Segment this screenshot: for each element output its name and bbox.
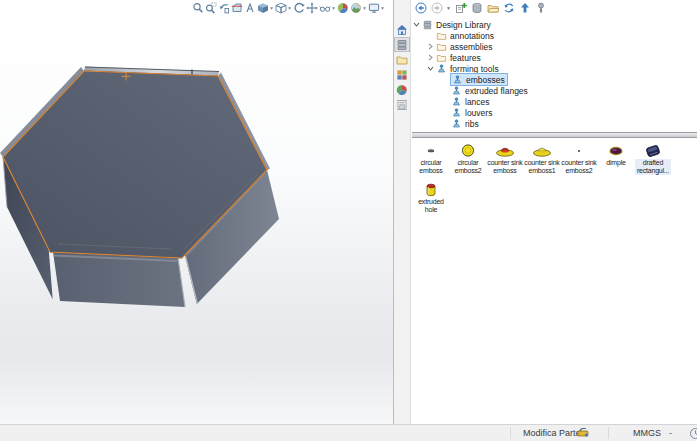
status-symbol-icon[interactable]	[689, 425, 697, 441]
tree-root-label: Design Library	[436, 20, 491, 30]
dynamic-annotation-views-icon[interactable]	[243, 2, 256, 15]
design-library-tab[interactable]	[394, 37, 410, 52]
graphics-viewport[interactable]: ▼ ▼ ▼ ▼ ▼	[0, 0, 393, 424]
appearances-scenes-tab[interactable]	[394, 82, 410, 97]
custom-properties-tab[interactable]	[394, 97, 410, 112]
view-settings-dropdown-icon[interactable]: ▼	[380, 2, 385, 15]
view-orientation-icon[interactable]	[274, 2, 287, 15]
forming-tool-icon	[450, 107, 462, 118]
view-palette-tab[interactable]	[394, 67, 410, 82]
status-bar: Modifica Parte MMGS -	[0, 424, 697, 441]
headsup-view-toolbar: ▼ ▼ ▼ ▼ ▼	[191, 1, 385, 15]
library-item-dimple[interactable]: dimple	[598, 142, 634, 175]
purple-oval-thumb-icon	[598, 142, 634, 158]
chevron-expanded-icon[interactable]	[426, 64, 435, 73]
flat-disc-thumb-icon	[413, 142, 449, 158]
folder-icon	[435, 52, 447, 63]
design-library-tree: Design Library annotations assemblies fe…	[412, 16, 697, 132]
tree-item-features[interactable]: features	[412, 52, 697, 63]
forming-tools-item-grid: circularemboss circularemboss2 counter s…	[412, 138, 697, 424]
file-explorer-tab[interactable]	[394, 52, 410, 67]
history-dropdown-icon[interactable]: ▼	[446, 5, 451, 11]
apply-scene-icon[interactable]	[349, 2, 362, 15]
tiny-dot-thumb-icon	[561, 142, 597, 158]
chevron-collapsed-icon[interactable]	[426, 42, 435, 51]
tree-item-lances[interactable]: lances	[412, 96, 697, 107]
chevron-expanded-icon[interactable]	[412, 20, 421, 29]
library-item-counter-sink-emboss[interactable]: counter sinkemboss	[487, 142, 523, 175]
tree-item-ribs[interactable]: ribs	[412, 118, 697, 129]
tree-item-louvers[interactable]: louvers	[412, 107, 697, 118]
add-file-location-button[interactable]	[470, 2, 483, 15]
tree-item-assemblies[interactable]: assemblies	[412, 41, 697, 52]
units-dropdown[interactable]: -	[669, 425, 672, 441]
forming-tool-icon	[450, 85, 462, 96]
edit-appearance-icon[interactable]	[336, 2, 349, 15]
rotate-view-icon[interactable]	[292, 2, 305, 15]
yellow-circle-thumb-icon	[450, 142, 486, 158]
tree-item-annotations[interactable]: annotations	[412, 30, 697, 41]
yellow-cylinder-red-top-thumb-icon	[413, 181, 449, 197]
pin-button[interactable]	[534, 2, 547, 15]
tree-item-embosses[interactable]: embosses	[412, 74, 697, 85]
forming-tool-icon	[450, 118, 462, 129]
status-separator	[608, 427, 609, 439]
solidworks-window: ▼ ▼ ▼ ▼ ▼ ▼	[0, 0, 697, 441]
status-mode-icon	[577, 425, 589, 441]
tree-item-extruded-flanges[interactable]: extruded flanges	[412, 85, 697, 96]
solidworks-resources-tab[interactable]	[394, 22, 410, 37]
hide-show-items-icon[interactable]	[318, 2, 331, 15]
library-item-drafted-rectangular[interactable]: draftedrectangul...	[635, 142, 671, 175]
forming-tool-icon	[451, 74, 463, 85]
hexagonal-sheet-metal-model[interactable]	[0, 0, 393, 424]
dark-rounded-rect-thumb-icon	[635, 142, 671, 158]
refresh-button[interactable]	[502, 2, 515, 15]
chevron-collapsed-icon[interactable]	[426, 53, 435, 62]
display-style-icon[interactable]	[256, 2, 269, 15]
zoom-to-fit-icon[interactable]	[191, 2, 204, 15]
status-separator	[510, 427, 511, 439]
add-to-library-button[interactable]	[454, 2, 467, 15]
library-item-extruded-hole[interactable]: extrudedhole	[413, 181, 449, 214]
library-item-counter-sink-emboss1[interactable]: counter sinkemboss1	[524, 142, 560, 175]
forming-tool-icon	[450, 96, 462, 107]
library-item-counter-sink-emboss2[interactable]: counter sinkemboss2	[561, 142, 597, 175]
zoom-to-area-icon[interactable]	[204, 2, 217, 15]
folder-icon	[435, 30, 447, 41]
saucer-red-dome-thumb-icon	[487, 142, 523, 158]
forming-tool-icon	[435, 63, 447, 74]
view-settings-icon[interactable]	[367, 2, 380, 15]
folder-icon	[435, 41, 447, 52]
library-item-circular-emboss[interactable]: circularemboss	[413, 142, 449, 175]
forward-button[interactable]	[430, 2, 443, 15]
pan-icon[interactable]	[305, 2, 318, 15]
units-value[interactable]: MMGS	[633, 425, 661, 441]
design-library-panel: ▼ Design Library annotations assem	[412, 0, 697, 424]
previous-view-icon[interactable]	[217, 2, 230, 15]
design-library-icon	[421, 19, 433, 30]
back-button[interactable]	[414, 2, 427, 15]
section-view-icon[interactable]	[230, 2, 243, 15]
design-library-toolbar: ▼	[412, 0, 697, 16]
move-up-button[interactable]	[518, 2, 531, 15]
tree-root-design-library[interactable]: Design Library	[412, 19, 697, 30]
saucer-yellow-dome-thumb-icon	[524, 142, 560, 158]
task-pane-tab-strip	[394, 0, 411, 424]
library-item-circular-emboss2[interactable]: circularemboss2	[450, 142, 486, 175]
status-mode-label: Modifica Parte	[523, 425, 581, 441]
create-new-folder-button[interactable]	[486, 2, 499, 15]
